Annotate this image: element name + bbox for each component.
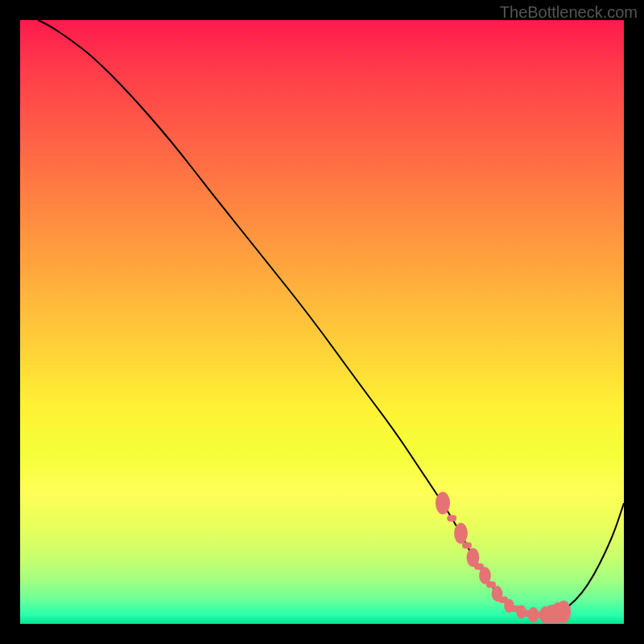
optimal-marker <box>467 548 480 568</box>
optimal-marker <box>556 601 571 623</box>
optimal-marker <box>492 586 503 601</box>
chart-svg <box>20 20 624 624</box>
optimal-marker <box>454 523 468 544</box>
optimal-marker <box>528 607 539 622</box>
optimal-marker-link <box>462 543 472 549</box>
optimal-marker <box>516 605 526 618</box>
bottleneck-curve <box>39 20 625 615</box>
optimal-markers <box>436 492 571 624</box>
watermark-text: TheBottleneck.com <box>500 3 638 22</box>
optimal-marker <box>504 599 514 613</box>
optimal-marker <box>436 492 450 514</box>
optimal-marker-link <box>447 515 456 522</box>
optimal-marker <box>479 567 491 584</box>
plot-area <box>20 20 624 624</box>
